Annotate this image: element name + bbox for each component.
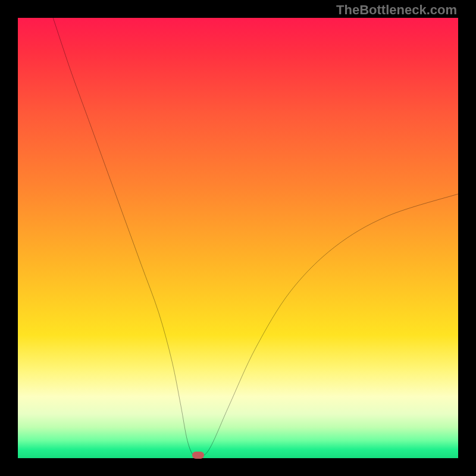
watermark-text: TheBottleneck.com xyxy=(336,2,457,18)
chart-svg xyxy=(18,18,458,458)
plot-area xyxy=(18,18,458,458)
optimal-point-marker xyxy=(192,452,204,459)
chart-frame: TheBottleneck.com xyxy=(0,0,476,476)
bottleneck-curve xyxy=(53,18,458,458)
